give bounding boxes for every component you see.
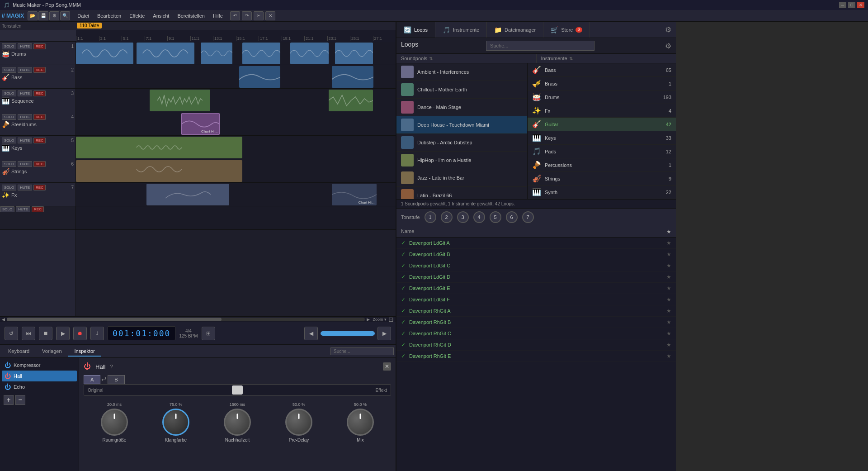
loop-item-1[interactable]: ✓ Davenport LdGit B ★ bbox=[396, 249, 676, 260]
solo-btn-7[interactable]: SOLO bbox=[2, 185, 16, 190]
rec-btn-5[interactable]: REC bbox=[33, 138, 46, 143]
loop-star-6[interactable]: ★ bbox=[666, 308, 671, 314]
menu-ansicht[interactable]: Ansicht bbox=[149, 12, 173, 19]
loops-settings-icon[interactable]: ⚙ bbox=[665, 42, 671, 50]
clip-drums-5[interactable] bbox=[290, 43, 329, 64]
track-row-bass[interactable] bbox=[76, 65, 396, 89]
power-icon-hall[interactable]: ⏻ bbox=[5, 372, 11, 380]
power-icon-echo[interactable]: ⏻ bbox=[5, 383, 11, 390]
knob-klangfarbe[interactable] bbox=[162, 409, 189, 436]
clip-strings-1[interactable] bbox=[76, 160, 242, 182]
sp-item-ambient[interactable]: Ambient - Interferences bbox=[396, 63, 527, 81]
knob-mix[interactable] bbox=[347, 409, 374, 436]
knob-nachhallzeit[interactable] bbox=[224, 409, 251, 436]
rtab-loops[interactable]: 🔄 Loops bbox=[396, 22, 435, 38]
scrollbar-thumb[interactable] bbox=[7, 318, 222, 321]
power-icon-kompressor[interactable]: ⏻ bbox=[5, 362, 11, 369]
track-row-keys[interactable] bbox=[76, 136, 396, 159]
mute-btn-7[interactable]: HUTE bbox=[18, 185, 32, 190]
clip-bass-2[interactable] bbox=[332, 66, 373, 88]
knob-predelay[interactable] bbox=[285, 409, 312, 436]
sp-item-jazz[interactable]: Jazz - Late in the Bar bbox=[396, 169, 527, 187]
loop-item-0[interactable]: ✓ Davenport LdGit A ★ bbox=[396, 238, 676, 249]
inst-item-percussions[interactable]: 🪘 Percussions 1 bbox=[528, 158, 676, 172]
maximize-button[interactable]: □ bbox=[848, 2, 855, 8]
loop-item-10[interactable]: ✓ Davenport RhGit E ★ bbox=[396, 351, 676, 362]
mute-btn-4[interactable]: HUTE bbox=[18, 114, 32, 120]
track-row-drums[interactable] bbox=[76, 42, 396, 65]
loop-star-4[interactable]: ★ bbox=[666, 285, 671, 291]
close-button[interactable]: ✕ bbox=[857, 2, 864, 8]
track-row-steeldrums[interactable]: Chart Hi... bbox=[76, 112, 396, 136]
hall-close-button[interactable]: ✕ bbox=[383, 362, 391, 371]
stop-button[interactable]: ⏹ bbox=[39, 327, 52, 340]
rec-btn-extra[interactable]: REC bbox=[32, 206, 44, 212]
rtab-store[interactable]: 🛒 Store 3 bbox=[543, 22, 590, 38]
sp-item-dubstep[interactable]: Dubstep - Arctic Dubstep bbox=[396, 134, 527, 152]
clip-seq-2[interactable] bbox=[329, 90, 373, 111]
scissors-button[interactable]: ✂ bbox=[254, 11, 264, 20]
clip-fx-1[interactable] bbox=[146, 184, 230, 205]
loop-item-6[interactable]: ✓ Davenport RhGit A ★ bbox=[396, 305, 676, 317]
dry-wet-thumb[interactable] bbox=[232, 385, 243, 395]
clip-drums-6[interactable] bbox=[335, 43, 373, 64]
solo-btn-extra[interactable]: SOLO bbox=[0, 206, 14, 212]
rec-btn-1[interactable]: REC bbox=[33, 43, 46, 49]
rec-btn-7[interactable]: REC bbox=[33, 185, 46, 190]
solo-btn-1[interactable]: SOLO bbox=[2, 43, 16, 49]
menu-datei[interactable]: Datei bbox=[74, 12, 93, 19]
inst-item-guitar[interactable]: 🎸 Guitar 42 bbox=[528, 118, 676, 131]
add-effect-button[interactable]: + bbox=[4, 395, 14, 405]
soundpools-sort-icon[interactable]: ⇅ bbox=[429, 56, 433, 61]
solo-btn-3[interactable]: SOLO bbox=[2, 90, 16, 96]
rec-btn-6[interactable]: REC bbox=[33, 161, 46, 167]
loop-star-1[interactable]: ★ bbox=[666, 251, 671, 257]
undo-button[interactable]: ↶ bbox=[230, 11, 240, 20]
timeline-scroll[interactable]: ◀ ▶ Zoom ▾ ⊡ bbox=[0, 316, 396, 322]
instruments-sort-icon[interactable]: ⇅ bbox=[569, 56, 573, 61]
clip-drums-1[interactable] bbox=[76, 43, 133, 64]
clip-bass-1[interactable] bbox=[239, 66, 281, 88]
track-row-fx[interactable]: Chart Hi... bbox=[76, 183, 396, 206]
mute-btn-2[interactable]: HUTE bbox=[18, 67, 32, 73]
snap-button[interactable]: ⊞ bbox=[202, 327, 215, 340]
mute-btn-3[interactable]: HUTE bbox=[18, 90, 32, 96]
inst-item-strings[interactable]: 🎻 Strings 9 bbox=[528, 172, 676, 186]
loop-item-8[interactable]: ✓ Davenport RhGit C ★ bbox=[396, 328, 676, 339]
menu-hilfe[interactable]: Hilfe bbox=[209, 12, 226, 19]
solo-btn-2[interactable]: SOLO bbox=[2, 67, 16, 73]
effect-echo[interactable]: ⏻ Echo bbox=[2, 381, 77, 392]
track-row-strings[interactable] bbox=[76, 159, 396, 183]
loop-star-3[interactable]: ★ bbox=[666, 274, 671, 280]
loop-star-9[interactable]: ★ bbox=[666, 342, 671, 348]
save-button[interactable]: 💾 bbox=[38, 11, 48, 20]
track-row-sequence[interactable] bbox=[76, 89, 396, 112]
tonstufe-2[interactable]: 2 bbox=[441, 211, 453, 223]
tab-keyboard[interactable]: Keyboard bbox=[2, 347, 36, 357]
menu-bereitstellen[interactable]: Bereitstellen bbox=[174, 12, 208, 19]
sp-item-hiphop[interactable]: HipHop - I'm on a Hustle bbox=[396, 152, 527, 169]
inst-item-synth[interactable]: 🎹 Synth 22 bbox=[528, 186, 676, 199]
loop-star-2[interactable]: ★ bbox=[666, 262, 671, 269]
inst-item-drums[interactable]: 🥁 Drums 193 bbox=[528, 90, 676, 104]
clip-keys-1[interactable] bbox=[76, 137, 242, 158]
effect-hall[interactable]: ⏻ Hall bbox=[2, 371, 77, 381]
settings-button[interactable]: ⚙ bbox=[49, 11, 59, 20]
tonstufe-5[interactable]: 5 bbox=[490, 211, 501, 223]
solo-btn-5[interactable]: SOLO bbox=[2, 138, 16, 143]
inst-item-fx[interactable]: ✨ Fx 4 bbox=[528, 104, 676, 118]
rec-btn-2[interactable]: REC bbox=[33, 67, 46, 73]
rec-btn-4[interactable]: REC bbox=[33, 114, 46, 120]
search-input[interactable] bbox=[330, 347, 394, 355]
rewind-button[interactable]: ⏮ bbox=[22, 327, 35, 340]
loop-star-10[interactable]: ★ bbox=[666, 353, 671, 359]
mute-btn-extra[interactable]: HUTE bbox=[16, 206, 30, 212]
solo-btn-4[interactable]: SOLO bbox=[2, 114, 16, 120]
inst-item-pads[interactable]: 🎵 Pads 12 bbox=[528, 145, 676, 158]
loop-item-3[interactable]: ✓ Davenport LdGit D ★ bbox=[396, 271, 676, 283]
metronome-button[interactable]: ♩ bbox=[90, 327, 104, 340]
inst-item-bass[interactable]: 🎸 Bass 65 bbox=[528, 63, 676, 77]
rtab-instrumente[interactable]: 🎵 Instrumente bbox=[435, 22, 487, 38]
clip-steel-1[interactable]: Chart Hi... bbox=[181, 113, 220, 135]
playback-position[interactable] bbox=[321, 331, 375, 336]
